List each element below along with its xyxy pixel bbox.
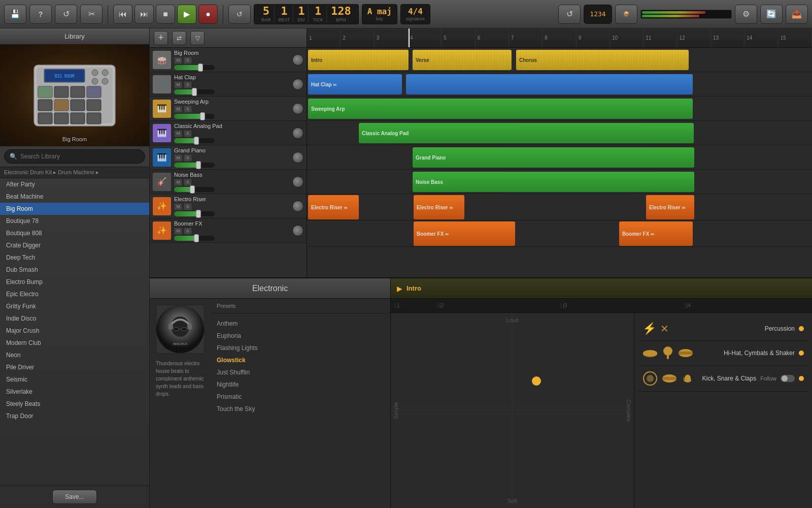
- track-solo-button-3[interactable]: S: [184, 130, 192, 137]
- track-solo-button-2[interactable]: S: [184, 106, 192, 113]
- boomer-fx-clip1[interactable]: Boomer FX ∞: [414, 221, 515, 246]
- counter-display[interactable]: 1234: [584, 5, 612, 24]
- library-item-crate-digger[interactable]: Crate Digger: [0, 239, 149, 251]
- library-item-trap-door[interactable]: Trap Door: [0, 410, 149, 422]
- search-box[interactable]: 🔍: [4, 149, 145, 164]
- library-item-indie-disco[interactable]: Indie Disco: [0, 312, 149, 325]
- track-solo-button-6[interactable]: S: [184, 203, 192, 210]
- boomer-fx-clip2[interactable]: Boomer FX ∞: [619, 221, 693, 246]
- library-item-boutique-808[interactable]: Boutique 808: [0, 227, 149, 239]
- scissors-button[interactable]: ✂: [80, 5, 103, 24]
- preset-item-euphoria[interactable]: Euphoria: [211, 330, 390, 342]
- track-fader-4[interactable]: [174, 163, 215, 168]
- share-button[interactable]: 📤: [786, 5, 808, 24]
- save-button[interactable]: Save...: [52, 490, 96, 504]
- percussion-dot[interactable]: [799, 326, 804, 331]
- library-item-epic-electro[interactable]: Epic Electro: [0, 288, 149, 300]
- track-volume-knob-0[interactable]: [292, 54, 303, 66]
- rewind-button[interactable]: ⏮: [113, 5, 132, 24]
- chorus-clip[interactable]: Chorus: [516, 50, 689, 70]
- add-track-button[interactable]: +: [154, 31, 168, 45]
- track-fader-1[interactable]: [174, 89, 215, 94]
- library-item-boutique-78[interactable]: Boutique 78: [0, 215, 149, 227]
- grand-piano-clip[interactable]: Grand Piano: [413, 147, 694, 168]
- library-item-gritty-funk[interactable]: Gritty Funk: [0, 300, 149, 312]
- refresh-button[interactable]: 🔄: [760, 5, 783, 24]
- track-volume-knob-3[interactable]: [292, 128, 303, 139]
- library-item-major-crush[interactable]: Major Crush: [0, 325, 149, 337]
- track-solo-button-4[interactable]: S: [184, 154, 192, 162]
- beat-dot[interactable]: [532, 376, 541, 386]
- track-filter-button[interactable]: ▽: [190, 31, 205, 45]
- track-fader-2[interactable]: [174, 114, 215, 119]
- preset-item-just-shufflin[interactable]: Just Shufflin: [211, 366, 390, 378]
- track-fader-0[interactable]: [174, 65, 215, 70]
- track-mute-button-7[interactable]: M: [174, 228, 182, 235]
- library-item-electro-bump[interactable]: Electro Bump: [0, 276, 149, 288]
- library-item-modern-club[interactable]: Modern Club: [0, 337, 149, 349]
- track-mute-button-0[interactable]: M: [174, 57, 182, 64]
- library-item-seismic[interactable]: Seismic: [0, 373, 149, 386]
- library-item-steely-beats[interactable]: Steely Beats: [0, 398, 149, 410]
- track-mute-button-5[interactable]: M: [174, 179, 182, 186]
- track-solo-button-1[interactable]: S: [184, 81, 192, 88]
- beat-play-icon[interactable]: ▶: [397, 284, 402, 293]
- beat-xypad[interactable]: Loud Soft Simple Complex: [391, 313, 634, 508]
- track-mute-button-4[interactable]: M: [174, 154, 182, 162]
- library-item-neon[interactable]: Neon: [0, 349, 149, 361]
- track-solo-button-7[interactable]: S: [184, 228, 192, 235]
- hat-clap-clip1[interactable]: Hat Clap ∞: [308, 74, 402, 94]
- track-volume-knob-5[interactable]: [292, 176, 303, 187]
- search-input[interactable]: [20, 153, 140, 160]
- track-volume-knob-7[interactable]: [292, 225, 303, 236]
- track-solo-button-0[interactable]: S: [184, 57, 192, 64]
- cycle-button[interactable]: ↺: [228, 5, 251, 24]
- hihat-dot[interactable]: [799, 351, 804, 356]
- electro-riser-clip1[interactable]: Electro Riser ∞: [308, 195, 359, 219]
- library-item-big-room[interactable]: Big Room: [0, 203, 149, 215]
- stop-button[interactable]: ■: [156, 5, 175, 24]
- plugin-button[interactable]: 📦: [615, 5, 637, 24]
- library-item-dub-smash[interactable]: Dub Smash: [0, 264, 149, 276]
- noise-bass-clip[interactable]: Noise Bass: [413, 172, 694, 192]
- preset-item-anthem[interactable]: Anthem: [211, 318, 390, 330]
- kick-dot[interactable]: [799, 376, 804, 381]
- library-item-deep-tech[interactable]: Deep Tech: [0, 251, 149, 264]
- drive-button[interactable]: 💾: [4, 5, 26, 24]
- follow-toggle[interactable]: [781, 375, 795, 382]
- track-solo-button-5[interactable]: S: [184, 179, 192, 186]
- track-volume-knob-4[interactable]: [292, 152, 303, 163]
- track-mute-button-2[interactable]: M: [174, 106, 182, 113]
- track-fader-5[interactable]: [174, 187, 215, 192]
- verse-clip[interactable]: Verse: [413, 50, 512, 70]
- electro-riser-clip3[interactable]: Electro Riser ∞: [646, 195, 694, 219]
- track-mute-button-6[interactable]: M: [174, 203, 182, 210]
- cycle2-button[interactable]: ↺: [558, 5, 581, 24]
- electro-riser-clip2[interactable]: Electro Riser ∞: [414, 195, 464, 219]
- intro-clip[interactable]: Intro: [308, 50, 409, 70]
- preset-item-prismatic[interactable]: Prismatic: [211, 391, 390, 403]
- track-mute-button-1[interactable]: M: [174, 81, 182, 88]
- library-item-pile-driver[interactable]: Pile Driver: [0, 361, 149, 373]
- play-button[interactable]: ▶: [177, 5, 196, 24]
- track-fader-6[interactable]: [174, 211, 215, 216]
- hat-clap-clip2[interactable]: [406, 74, 693, 94]
- fastforward-button[interactable]: ⏭: [134, 5, 154, 24]
- track-volume-knob-2[interactable]: [292, 103, 303, 114]
- settings-button[interactable]: ⚙: [735, 5, 757, 24]
- preset-item-flashing-lights[interactable]: Flashing Lights: [211, 342, 390, 354]
- track-mute-button-3[interactable]: M: [174, 130, 182, 137]
- library-item-after-party[interactable]: After Party: [0, 178, 149, 190]
- preset-item-nightlife[interactable]: Nightlife: [211, 378, 390, 391]
- library-item-beat-machine[interactable]: Beat Machine: [0, 190, 149, 203]
- track-volume-knob-6[interactable]: [292, 201, 303, 212]
- sweeping-arp-clip[interactable]: Sweeping Arp: [308, 99, 693, 119]
- preset-item-touch-the-sky[interactable]: Touch the Sky: [211, 403, 390, 415]
- classic-pad-clip[interactable]: Classic Analog Pad: [359, 123, 694, 143]
- help-button[interactable]: ?: [29, 5, 52, 24]
- track-volume-knob-1[interactable]: [292, 79, 303, 90]
- track-fader-7[interactable]: [174, 236, 215, 241]
- record-button[interactable]: ●: [198, 5, 218, 24]
- preset-item-glowstick[interactable]: Glowstick: [211, 354, 390, 366]
- track-fader-3[interactable]: [174, 138, 215, 143]
